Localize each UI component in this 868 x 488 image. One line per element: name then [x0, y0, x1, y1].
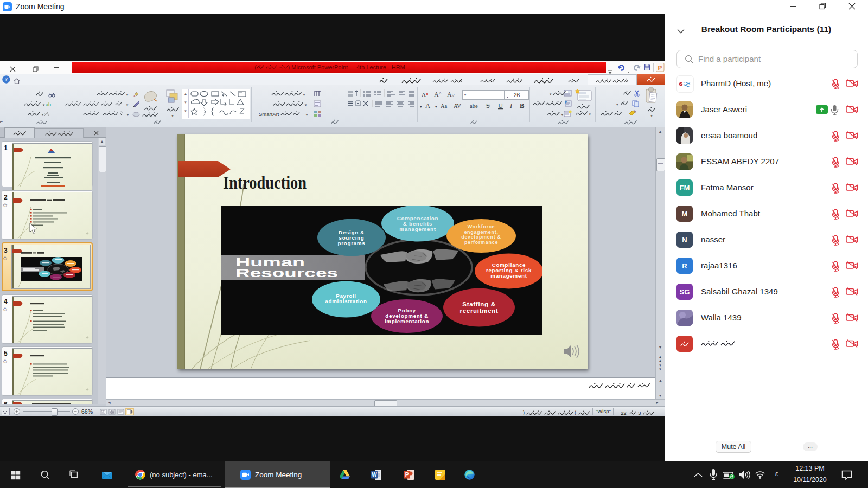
- svg-text:3: 3: [638, 410, 641, 416]
- svg-text:Resources: Resources: [235, 267, 338, 280]
- svg-text:A˄: A˄: [434, 91, 442, 98]
- svg-text:Workforce: Workforce: [468, 224, 495, 229]
- svg-text:I: I: [509, 102, 513, 110]
- svg-text:ab: ab: [46, 102, 51, 107]
- svg-text:abe: abe: [470, 103, 478, 109]
- svg-text:P: P: [658, 65, 662, 71]
- svg-text:Aa: Aa: [441, 103, 448, 109]
- svg-text:management: management: [490, 273, 527, 279]
- svg-text:(: (: [575, 410, 576, 415]
- svg-text:A: A: [422, 91, 426, 98]
- svg-text:Staffing &: Staffing &: [462, 301, 495, 307]
- svg-text:A̽V: A̽V: [454, 103, 461, 109]
- svg-text:U: U: [498, 102, 503, 110]
- svg-text:▾: ▾: [420, 105, 422, 109]
- svg-text:implementation: implementation: [385, 318, 429, 324]
- svg-text:B: B: [520, 102, 524, 110]
- svg-text:engagement,: engagement,: [464, 229, 498, 235]
- svg-text:administration: administration: [325, 298, 367, 304]
- svg-text:development &: development &: [461, 234, 501, 240]
- svg-text:A: A: [425, 102, 430, 110]
- svg-text:22: 22: [621, 410, 627, 416]
- svg-text:W: W: [372, 472, 377, 478]
- svg-text:S: S: [486, 102, 490, 110]
- svg-text:): ): [523, 410, 525, 415]
- svg-text:A˅: A˅: [447, 91, 455, 98]
- svg-text:▾: ▾: [435, 105, 437, 109]
- svg-text:performance: performance: [464, 240, 498, 245]
- svg-text:P: P: [405, 472, 409, 478]
- svg-text:management: management: [399, 226, 436, 232]
- svg-text:recruitment: recruitment: [460, 307, 499, 314]
- svg-text:programs: programs: [338, 240, 366, 246]
